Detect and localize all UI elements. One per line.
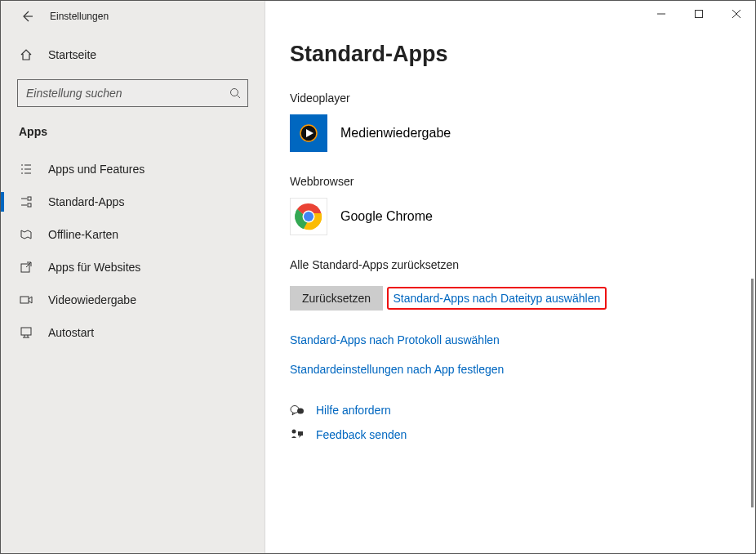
sidebar-item-label: Standard-Apps [48,195,124,208]
open-external-icon [19,261,33,274]
sidebar-item-offline-maps[interactable]: Offline-Karten [1,218,265,251]
chrome-icon [290,198,327,235]
svg-point-5 [231,89,238,96]
sidebar-home-label: Startseite [48,48,96,61]
svg-line-6 [238,96,241,99]
svg-point-29 [297,409,304,414]
window-title: Einstellungen [50,11,109,22]
feedback-icon [290,428,305,441]
sidebar-nav: Apps und Features Standard-Apps Offline-… [1,153,265,349]
help-link[interactable]: Hilfe anfordern [290,404,745,417]
sidebar-item-autostart[interactable]: Autostart [1,316,265,349]
link-set-by-app[interactable]: Standardeinstellungen nach App festlegen [290,363,745,376]
videoplayer-app-label: Medienwiedergabe [340,126,451,141]
sidebar-item-label: Autostart [48,326,94,339]
page-title: Standard-Apps [290,42,745,67]
webbrowser-heading: Webbrowser [290,175,745,188]
svg-point-30 [292,430,296,434]
videoplayer-heading: Videoplayer [290,92,745,105]
sidebar-item-default-apps[interactable]: Standard-Apps [1,185,265,218]
help-label: Hilfe anfordern [316,404,391,417]
svg-rect-16 [28,203,31,207]
sidebar-item-label: Offline-Karten [48,228,118,241]
sidebar-item-apps-features[interactable]: Apps und Features [1,153,265,185]
footer-links: Hilfe anfordern Feedback senden [290,404,745,441]
autostart-icon [19,326,33,339]
list-icon [19,163,33,176]
webbrowser-tile[interactable]: Google Chrome [290,198,745,235]
videoplayer-tile[interactable]: Medienwiedergabe [290,114,745,152]
reset-heading: Alle Standard-Apps zurücksetzen [290,258,745,271]
svg-point-27 [304,212,314,221]
sidebar-item-apps-websites[interactable]: Apps für Websites [1,251,265,284]
feedback-label: Feedback senden [316,428,407,441]
svg-rect-31 [298,431,303,436]
reset-button[interactable]: Zurücksetzen [290,286,383,311]
help-icon [290,404,305,417]
webbrowser-app-label: Google Chrome [340,209,433,224]
sidebar: Startseite Apps Apps und Features [1,1,265,553]
sidebar-item-label: Apps für Websites [48,261,140,274]
main-content: Standard-Apps Videoplayer Medienwiederga… [265,1,755,553]
video-icon [19,293,33,306]
arrow-left-icon [20,10,33,23]
map-icon [19,228,33,241]
sidebar-section-title: Apps [1,117,265,145]
back-button[interactable] [11,1,43,32]
svg-rect-18 [20,297,29,303]
defaults-icon [19,195,33,208]
sidebar-item-video-playback[interactable]: Videowiedergabe [1,284,265,316]
home-icon [19,48,33,61]
link-choose-by-filetype[interactable]: Standard-Apps nach Dateityp auswählen [387,287,607,310]
feedback-link[interactable]: Feedback senden [290,428,745,441]
sidebar-item-label: Apps und Features [48,163,145,176]
sidebar-home[interactable]: Startseite [1,40,265,69]
search-box[interactable] [17,79,248,107]
search-input[interactable] [26,87,229,100]
sidebar-item-label: Videowiedergabe [48,293,136,306]
search-icon [229,87,241,99]
link-choose-by-protocol[interactable]: Standard-Apps nach Protokoll auswählen [290,333,745,346]
scrollbar[interactable] [751,279,754,507]
media-player-icon [290,114,327,152]
svg-rect-19 [21,328,31,335]
svg-rect-14 [28,197,31,200]
settings-window: Einstellungen Startseite [0,0,756,554]
